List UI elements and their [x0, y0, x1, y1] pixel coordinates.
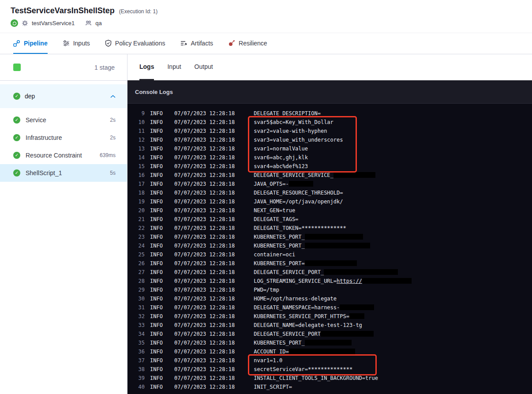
log-message: INIT_SCRIPT= [254, 383, 292, 391]
log-line-18: 18INFO07/07/2023 12:28:18DELEGATE_RESOUR… [127, 188, 532, 197]
step-duration: 2s [110, 117, 116, 123]
log-timestamp: 07/07/2023 12:28:18 [174, 303, 235, 312]
page-title: TestServiceVarsInShellStep [11, 6, 115, 15]
line-number: 13 [127, 144, 145, 153]
line-number: 33 [127, 321, 145, 330]
step-duration: 639ms [100, 152, 116, 158]
stage-summary: 1 stage [0, 54, 127, 81]
line-number: 25 [127, 250, 145, 259]
log-level: INFO [150, 383, 163, 391]
redaction-block [305, 340, 352, 345]
line-number: 36 [127, 347, 145, 356]
pipeline-icon [13, 40, 20, 47]
chevron-up-icon[interactable] [110, 95, 116, 98]
log-timestamp: 07/07/2023 12:28:18 [174, 162, 235, 171]
log-line-22: 22INFO07/07/2023 12:28:18DELEGATE_TOKEN=… [127, 224, 532, 233]
log-level: INFO [150, 321, 163, 330]
tab-label: Artifacts [191, 40, 213, 47]
log-line-21: 21INFO07/07/2023 12:28:18DELEGATE_TAGS= [127, 215, 532, 224]
log-level: INFO [150, 109, 163, 118]
tab-artifacts[interactable]: Artifacts [180, 33, 213, 54]
tab-label: Logs [139, 63, 154, 70]
step-item-shellscript-1[interactable]: ✓ShellScript_15s [0, 164, 127, 182]
line-number: 23 [127, 233, 145, 241]
service-icon [11, 19, 18, 27]
log-link[interactable]: https:// [337, 278, 362, 284]
line-number: 16 [127, 171, 145, 180]
line-number: 20 [127, 206, 145, 215]
log-message: DELEGATE_NAMESPACE=harness- [254, 303, 374, 312]
log-message: DELEGATE_SERVICE_PORT [254, 330, 374, 338]
log-line-26: 26INFO07/07/2023 12:28:18KUBERNETES_PORT… [127, 259, 532, 268]
step-item-service[interactable]: ✓Service2s [0, 111, 127, 129]
log-line-40: 40INFO07/07/2023 12:28:18INIT_SCRIPT= [127, 383, 532, 391]
log-timestamp: 07/07/2023 12:28:18 [174, 268, 235, 277]
tab-input[interactable]: Input [167, 54, 181, 80]
log-message: svar5$abc=Key_With_Dollar [254, 118, 333, 127]
redaction-block [324, 269, 398, 275]
log-timestamp: 07/07/2023 12:28:18 [174, 241, 235, 250]
stage-status-square[interactable] [13, 64, 21, 71]
redaction-block [340, 304, 374, 310]
log-line-20: 20INFO07/07/2023 12:28:18NEXT_GEN=true [127, 206, 532, 215]
log-line-30: 30INFO07/07/2023 12:28:18HOME=/opt/harne… [127, 294, 532, 303]
line-number: 39 [127, 374, 145, 383]
log-timestamp: 07/07/2023 12:28:18 [174, 356, 235, 365]
log-message: ACCOUNT_ID= [254, 347, 355, 356]
line-number: 31 [127, 303, 145, 312]
log-timestamp: 07/07/2023 12:28:18 [174, 135, 235, 144]
log-timestamp: 07/07/2023 12:28:18 [174, 374, 235, 383]
console-panel: Console Logs 9INFO07/07/2023 12:28:18DEL… [127, 80, 532, 394]
execution-meta-row: testVarsService1 qa [11, 19, 521, 27]
log-level: INFO [150, 277, 163, 285]
log-message: svar1=normalValue [254, 144, 308, 153]
log-lines[interactable]: 9INFO07/07/2023 12:28:18DELEGATE_DESCRIP… [127, 104, 532, 394]
stage-item-dep[interactable]: ✓ dep [0, 84, 127, 108]
log-line-25: 25INFO07/07/2023 12:28:18container=oci [127, 250, 532, 259]
log-level: INFO [150, 268, 163, 277]
log-level: INFO [150, 374, 163, 383]
log-message: DELEGATE_RESOURCE_THRESHOLD= [254, 188, 343, 197]
log-message: PWD=/tmp [254, 285, 279, 294]
tab-inputs[interactable]: Inputs [63, 33, 90, 54]
tab-resilience[interactable]: Resilience [228, 33, 267, 54]
title-row: TestServiceVarsInShellStep (Execution Id… [11, 6, 521, 15]
log-line-17: 17INFO07/07/2023 12:28:18JAVA_OPTS=- [127, 180, 532, 188]
log-line-24: 24INFO07/07/2023 12:28:18KUBERNETES_PORT… [127, 241, 532, 250]
step-item-infrastructure[interactable]: ✓Infrastructure2s [0, 129, 127, 146]
log-timestamp: 07/07/2023 12:28:18 [174, 127, 235, 135]
log-timestamp: 07/07/2023 12:28:18 [174, 277, 235, 285]
line-number: 30 [127, 294, 145, 303]
redaction-block [289, 349, 355, 354]
log-message: DELEGATE_NAME=delegate-test-123-tg [254, 321, 362, 330]
log-level: INFO [150, 312, 163, 321]
log-message: svar6=abc,ghj,klk [254, 153, 308, 162]
main-nav-tabs: Pipeline Inputs Policy Evaluations Artif… [0, 33, 532, 54]
log-timestamp: 07/07/2023 12:28:18 [174, 250, 235, 259]
log-line-13: 13INFO07/07/2023 12:28:18svar1=normalVal… [127, 144, 532, 153]
log-timestamp: 07/07/2023 12:28:18 [174, 330, 235, 338]
log-message: DELEGATE_SERVICE_PORT_ [254, 268, 398, 277]
stage-name: dep [25, 93, 35, 100]
tab-output[interactable]: Output [195, 54, 213, 80]
console-tabs: Logs Input Output [127, 54, 532, 80]
line-number: 32 [127, 312, 145, 321]
log-line-23: 23INFO07/07/2023 12:28:18KUBERNETES_PORT… [127, 233, 532, 241]
log-message: svar3=value_with_underscores [254, 135, 343, 144]
tab-pipeline[interactable]: Pipeline [13, 33, 48, 54]
redaction-block [362, 278, 412, 284]
console-title: Console Logs [135, 89, 173, 95]
environment-icon [85, 20, 92, 26]
step-label: Infrastructure [26, 134, 62, 141]
line-number: 17 [127, 180, 145, 188]
log-line-38: 38INFO07/07/2023 12:28:18secretServiceVa… [127, 365, 532, 374]
tab-policy-evaluations[interactable]: Policy Evaluations [105, 33, 165, 54]
tab-logs[interactable]: Logs [139, 54, 154, 80]
log-message: JAVA_OPTS=- [254, 180, 313, 188]
line-number: 22 [127, 224, 145, 233]
tab-label: Policy Evaluations [115, 40, 165, 47]
log-line-33: 33INFO07/07/2023 12:28:18DELEGATE_NAME=d… [127, 321, 532, 330]
line-number: 11 [127, 127, 145, 135]
log-line-9: 9INFO07/07/2023 12:28:18DELEGATE_DESCRIP… [127, 109, 532, 118]
step-item-resource-constraint[interactable]: ✓Resource Constraint639ms [0, 146, 127, 164]
